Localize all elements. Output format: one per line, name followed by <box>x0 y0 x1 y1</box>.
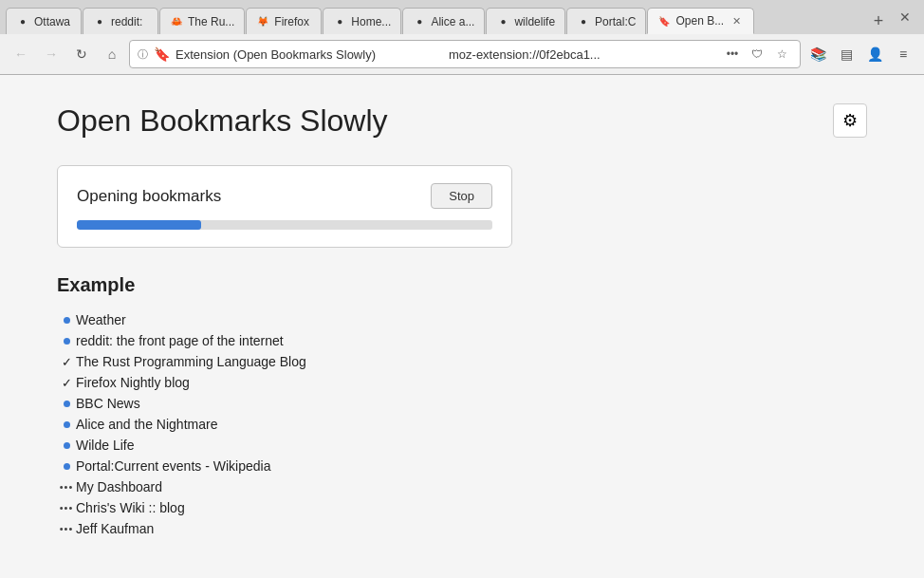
tab-firefox[interactable]: 🦊Firefox <box>246 8 322 34</box>
dots-icon: ••• <box>60 523 74 534</box>
tab-open-close[interactable]: ✕ <box>729 13 744 28</box>
tab-reddit-favicon: ● <box>93 15 106 28</box>
extension-favicon: 🔖 <box>154 47 170 62</box>
tab-portal-label: Portal:C <box>595 15 636 28</box>
opening-label: Opening bookmarks <box>77 187 221 206</box>
back-button[interactable]: ← <box>8 41 34 67</box>
bullet-dot-icon-4 <box>64 401 70 407</box>
page-content: ⚙ Open Bookmarks Slowly Opening bookmark… <box>0 75 924 578</box>
bookmark-text-4: BBC News <box>76 396 140 411</box>
home-button[interactable]: ⌂ <box>99 41 125 67</box>
page-title: Open Bookmarks Slowly <box>57 103 867 139</box>
address-ext-name: Extension (Open Bookmarks Slowly) <box>176 47 443 62</box>
tab-alice-favicon: ● <box>413 15 426 28</box>
tab-bar: ●Ottawa●reddit:🦀The Ru...🦊Firefox●Home..… <box>0 0 924 34</box>
library-button[interactable]: 📚 <box>804 41 831 67</box>
close-window-button[interactable]: ✕ <box>892 4 918 30</box>
reload-button[interactable]: ↻ <box>68 41 95 67</box>
address-url: moz-extension://0f2ebca1... <box>449 47 716 62</box>
bookmark-item-9: •••Chris's Wiki :: blog <box>57 497 867 518</box>
dots-icon: ••• <box>60 502 74 513</box>
tab-home-favicon: ● <box>333 15 346 28</box>
bookmark-text-7: Portal:Current events - Wikipedia <box>76 458 270 474</box>
opening-header: Opening bookmarks Stop <box>77 183 492 209</box>
shield-button[interactable]: 🛡 <box>747 44 767 65</box>
security-icon: ⓘ <box>138 47 148 62</box>
reader-view-button[interactable]: ▤ <box>833 41 859 67</box>
address-actions: ••• 🛡 ☆ <box>722 44 792 65</box>
opening-box: Opening bookmarks Stop <box>57 165 512 248</box>
menu-button[interactable]: ≡ <box>890 41 916 67</box>
tab-alice[interactable]: ●Alice a... <box>402 8 485 34</box>
threedots-icon-9: ••• <box>57 502 76 513</box>
progress-bar-background <box>77 220 492 230</box>
bookmark-text-9: Chris's Wiki :: blog <box>76 500 185 515</box>
checkmark-icon-2: ✓ <box>57 355 76 369</box>
tab-ottawa[interactable]: ●Ottawa <box>6 8 82 34</box>
bookmark-text-10: Jeff Kaufman <box>76 521 154 536</box>
bookmark-item-8: •••My Dashboard <box>57 476 867 497</box>
section-title: Example <box>57 274 867 296</box>
nav-bar: ← → ↻ ⌂ ⓘ 🔖 Extension (Open Bookmarks Sl… <box>0 34 924 74</box>
bookmark-text-3: Firefox Nightly blog <box>76 375 190 390</box>
tab-rust-favicon: 🦀 <box>170 15 183 28</box>
tab-reddit[interactable]: ●reddit: <box>83 8 158 34</box>
tab-wilde-favicon: ● <box>496 15 509 28</box>
tab-open-favicon: 🔖 <box>657 14 671 28</box>
tab-ottawa-favicon: ● <box>16 15 29 28</box>
account-button[interactable]: 👤 <box>861 41 888 67</box>
threedots-icon-8: ••• <box>57 481 76 493</box>
tab-open[interactable]: 🔖Open B...✕ <box>647 8 754 34</box>
bookmark-list: Weatherreddit: the front page of the int… <box>57 309 867 539</box>
tab-firefox-favicon: 🦊 <box>256 15 269 28</box>
address-bar[interactable]: ⓘ 🔖 Extension (Open Bookmarks Slowly) mo… <box>129 40 801 68</box>
settings-gear-button[interactable]: ⚙ <box>833 103 867 138</box>
stop-button[interactable]: Stop <box>431 183 492 209</box>
bookmark-item-1: reddit: the front page of the internet <box>57 330 867 351</box>
tab-rust[interactable]: 🦀The Ru... <box>159 8 245 34</box>
check-icon: ✓ <box>62 376 72 390</box>
tab-firefox-label: Firefox <box>274 15 311 28</box>
bullet-dot-icon-7 <box>64 463 70 470</box>
browser-chrome: ●Ottawa●reddit:🦀The Ru...🦊Firefox●Home..… <box>0 0 924 75</box>
bullet-dot-icon-5 <box>64 421 70 428</box>
tab-home-label: Home... <box>351 15 391 28</box>
bookmark-item-6: Wilde Life <box>57 435 867 456</box>
bookmark-item-2: ✓The Rust Programming Language Blog <box>57 351 867 372</box>
tab-open-label: Open B... <box>675 14 724 28</box>
tab-wilde-label: wildelife <box>514 15 555 28</box>
tab-ottawa-label: Ottawa <box>34 15 71 28</box>
tab-portal-favicon: ● <box>577 15 590 28</box>
bookmark-item-5: Alice and the Nightmare <box>57 414 867 435</box>
bookmark-text-5: Alice and the Nightmare <box>76 417 217 432</box>
bookmark-text-6: Wilde Life <box>76 438 134 453</box>
forward-button[interactable]: → <box>38 41 65 67</box>
close-window-area: ✕ <box>892 4 918 34</box>
progress-bar-fill <box>77 220 201 230</box>
more-options-button[interactable]: ••• <box>722 44 743 65</box>
tab-home[interactable]: ●Home... <box>323 8 401 34</box>
bookmark-item-0: Weather <box>57 309 867 330</box>
bookmark-item-7: Portal:Current events - Wikipedia <box>57 456 867 476</box>
bullet-dot-icon-0 <box>64 317 70 324</box>
tab-reddit-label: reddit: <box>111 15 148 28</box>
tab-portal[interactable]: ●Portal:C <box>566 8 646 34</box>
new-tab-button[interactable]: + <box>865 8 892 34</box>
bookmark-item-4: BBC News <box>57 393 867 414</box>
bullet-dot-icon-6 <box>64 442 70 449</box>
bookmark-item-3: ✓Firefox Nightly blog <box>57 372 867 393</box>
toolbar-right: 📚 ▤ 👤 ≡ <box>804 41 916 67</box>
bookmark-item-10: •••Jeff Kaufman <box>57 518 867 539</box>
bookmark-star-button[interactable]: ☆ <box>771 44 792 65</box>
bookmark-text-8: My Dashboard <box>76 479 162 494</box>
tab-wilde[interactable]: ●wildelife <box>486 8 565 34</box>
checkmark-icon-3: ✓ <box>57 376 76 390</box>
bookmark-text-2: The Rust Programming Language Blog <box>76 354 306 369</box>
dots-icon: ••• <box>60 481 74 493</box>
tab-alice-label: Alice a... <box>431 15 474 28</box>
threedots-icon-10: ••• <box>57 523 76 534</box>
tab-rust-label: The Ru... <box>188 15 234 28</box>
bookmark-text-1: reddit: the front page of the internet <box>76 333 284 348</box>
bullet-dot-icon-1 <box>64 338 70 345</box>
check-icon: ✓ <box>62 355 72 369</box>
